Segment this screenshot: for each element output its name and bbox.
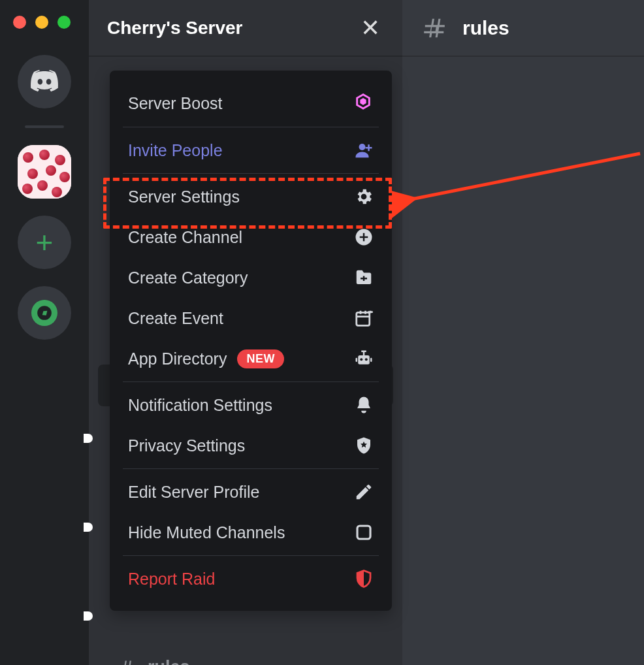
- server-dropdown-menu: Server Boost Invite People Server Settin…: [110, 71, 392, 611]
- svg-rect-3: [358, 355, 370, 365]
- new-badge: NEW: [237, 349, 284, 368]
- window-close-button[interactable]: [13, 16, 26, 29]
- menu-label: App Directory NEW: [128, 349, 284, 368]
- menu-label-text: App Directory: [128, 349, 227, 368]
- close-icon[interactable]: ✕: [357, 14, 384, 42]
- pencil-icon: [354, 482, 374, 502]
- svg-point-0: [359, 144, 366, 150]
- menu-label: Server Settings: [128, 187, 240, 206]
- checkbox-empty-icon: [354, 523, 374, 542]
- menu-item-invite-people[interactable]: Invite People: [110, 130, 392, 170]
- menu-item-app-directory[interactable]: App Directory NEW: [110, 338, 392, 379]
- menu-label: Report Raid: [128, 570, 215, 589]
- menu-label: Server Boost: [128, 94, 223, 113]
- menu-separator: [123, 173, 379, 174]
- server-rail: +: [0, 0, 89, 665]
- menu-item-privacy-settings[interactable]: Privacy Settings: [110, 425, 392, 466]
- menu-separator: [123, 381, 379, 382]
- menu-label: Create Category: [128, 268, 248, 287]
- menu-item-create-event[interactable]: Create Event: [110, 298, 392, 338]
- menu-item-edit-server-profile[interactable]: Edit Server Profile: [110, 472, 392, 512]
- unread-indicator: [84, 611, 93, 621]
- menu-label: Create Event: [128, 309, 223, 328]
- gear-icon: [354, 187, 374, 206]
- channel-header: rules: [402, 0, 644, 56]
- channel-ghost-label: rules: [148, 657, 190, 665]
- svg-rect-7: [370, 358, 372, 362]
- menu-separator: [123, 127, 379, 127]
- main-area: rules: [402, 0, 644, 665]
- window-zoom-button[interactable]: [57, 16, 71, 29]
- shield-star-icon: [354, 436, 374, 455]
- plus-circle-icon: [354, 227, 374, 247]
- menu-item-notification-settings[interactable]: Notification Settings: [110, 385, 392, 425]
- server-name-label: Cherry's Server: [107, 18, 357, 39]
- menu-label: Hide Muted Channels: [128, 523, 285, 542]
- menu-label: Privacy Settings: [128, 436, 245, 455]
- robot-icon: [354, 349, 374, 368]
- menu-label: Create Channel: [128, 228, 242, 247]
- menu-label: Notification Settings: [128, 396, 272, 415]
- server-header[interactable]: Cherry's Server ✕: [89, 0, 402, 56]
- rail-divider: [25, 125, 64, 128]
- unread-indicator: [84, 523, 93, 532]
- server-avatar-cherry[interactable]: [18, 145, 71, 199]
- calendar-plus-icon: [354, 308, 374, 328]
- shield-alert-icon: [354, 569, 374, 589]
- channel-name-label: rules: [462, 17, 509, 39]
- svg-rect-8: [357, 526, 370, 539]
- plus-icon: +: [36, 227, 54, 257]
- folder-plus-icon: [354, 268, 374, 287]
- home-button[interactable]: [18, 55, 71, 108]
- menu-item-server-boost[interactable]: Server Boost: [110, 82, 392, 124]
- window-minimize-button[interactable]: [35, 16, 48, 29]
- unread-indicator: [84, 434, 93, 443]
- boost-icon: [353, 93, 374, 114]
- menu-separator: [123, 555, 379, 556]
- menu-separator: [123, 468, 379, 469]
- explore-servers-button[interactable]: [18, 286, 71, 340]
- compass-icon: [31, 300, 57, 326]
- svg-rect-2: [357, 312, 370, 325]
- menu-label: Edit Server Profile: [128, 483, 259, 502]
- channel-item-rules-ghost[interactable]: rules: [118, 657, 190, 665]
- hash-icon: [118, 658, 136, 666]
- menu-item-report-raid[interactable]: Report Raid: [110, 559, 392, 599]
- menu-item-hide-muted-channels[interactable]: Hide Muted Channels: [110, 512, 392, 553]
- discord-logo-icon: [29, 66, 60, 97]
- menu-item-create-channel[interactable]: Create Channel: [110, 217, 392, 257]
- window-controls: [0, 0, 89, 29]
- svg-rect-6: [356, 358, 358, 362]
- cherry-image-icon: [18, 145, 71, 199]
- invite-people-icon: [354, 140, 374, 160]
- menu-item-create-category[interactable]: Create Category: [110, 257, 392, 298]
- menu-label: Invite People: [128, 141, 223, 160]
- add-server-button[interactable]: +: [18, 216, 71, 269]
- svg-point-4: [360, 358, 362, 361]
- hash-icon: [422, 16, 447, 41]
- menu-item-server-settings[interactable]: Server Settings: [110, 176, 392, 217]
- svg-point-5: [365, 358, 368, 361]
- bell-icon: [354, 395, 374, 415]
